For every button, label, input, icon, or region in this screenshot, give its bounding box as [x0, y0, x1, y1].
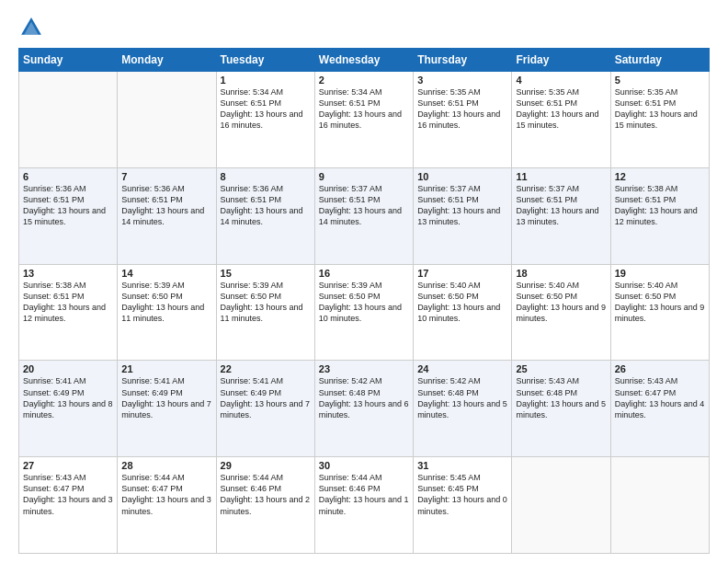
day-number: 6 — [23, 171, 113, 182]
cell-info: Sunrise: 5:37 AM Sunset: 6:51 PM Dayligh… — [516, 183, 606, 228]
day-number: 20 — [23, 363, 113, 374]
day-number: 17 — [417, 268, 507, 279]
cell-info: Sunrise: 5:34 AM Sunset: 6:51 PM Dayligh… — [221, 86, 311, 132]
calendar-cell — [610, 457, 709, 554]
cell-info: Sunrise: 5:40 AM Sunset: 6:50 PM Dayligh… — [417, 280, 507, 325]
week-row-2: 13Sunrise: 5:38 AM Sunset: 6:51 PM Dayli… — [19, 264, 710, 361]
cell-info: Sunrise: 5:37 AM Sunset: 6:51 PM Dayligh… — [319, 183, 409, 228]
cell-info: Sunrise: 5:39 AM Sunset: 6:50 PM Dayligh… — [319, 280, 409, 325]
calendar-cell: 3Sunrise: 5:35 AM Sunset: 6:51 PM Daylig… — [414, 72, 512, 168]
day-number: 19 — [615, 268, 705, 279]
calendar-cell: 31Sunrise: 5:45 AM Sunset: 6:45 PM Dayli… — [414, 457, 512, 554]
cell-info: Sunrise: 5:43 AM Sunset: 6:47 PM Dayligh… — [23, 472, 113, 517]
cell-info: Sunrise: 5:43 AM Sunset: 6:48 PM Dayligh… — [516, 375, 606, 420]
cell-info: Sunrise: 5:40 AM Sunset: 6:50 PM Dayligh… — [516, 280, 606, 325]
cell-info: Sunrise: 5:44 AM Sunset: 6:46 PM Dayligh… — [221, 472, 311, 517]
day-number: 11 — [516, 171, 606, 182]
calendar-cell: 22Sunrise: 5:41 AM Sunset: 6:49 PM Dayli… — [216, 361, 314, 457]
calendar-cell: 16Sunrise: 5:39 AM Sunset: 6:50 PM Dayli… — [314, 264, 413, 361]
calendar-cell: 12Sunrise: 5:38 AM Sunset: 6:51 PM Dayli… — [610, 167, 709, 264]
day-number: 12 — [615, 171, 705, 182]
calendar-cell: 9Sunrise: 5:37 AM Sunset: 6:51 PM Daylig… — [314, 167, 413, 264]
day-number: 15 — [221, 268, 311, 279]
day-number: 29 — [221, 460, 311, 471]
day-number: 28 — [121, 460, 211, 471]
col-header-friday: Friday — [512, 49, 610, 72]
cell-info: Sunrise: 5:41 AM Sunset: 6:49 PM Dayligh… — [121, 375, 211, 420]
calendar-cell: 13Sunrise: 5:38 AM Sunset: 6:51 PM Dayli… — [19, 264, 118, 361]
col-header-monday: Monday — [118, 49, 216, 72]
calendar-cell: 24Sunrise: 5:42 AM Sunset: 6:48 PM Dayli… — [414, 361, 512, 457]
calendar-cell: 8Sunrise: 5:36 AM Sunset: 6:51 PM Daylig… — [216, 167, 314, 264]
week-row-4: 27Sunrise: 5:43 AM Sunset: 6:47 PM Dayli… — [19, 457, 710, 554]
day-number: 2 — [319, 75, 409, 86]
day-number: 30 — [319, 460, 409, 471]
calendar-cell: 10Sunrise: 5:37 AM Sunset: 6:51 PM Dayli… — [414, 167, 512, 264]
day-number: 8 — [221, 171, 311, 182]
day-number: 16 — [319, 268, 409, 279]
col-header-saturday: Saturday — [610, 49, 709, 72]
calendar-cell: 15Sunrise: 5:39 AM Sunset: 6:50 PM Dayli… — [216, 264, 314, 361]
cell-info: Sunrise: 5:44 AM Sunset: 6:47 PM Dayligh… — [121, 472, 211, 517]
calendar-cell — [512, 457, 610, 554]
calendar-cell: 27Sunrise: 5:43 AM Sunset: 6:47 PM Dayli… — [19, 457, 118, 554]
day-number: 3 — [417, 75, 507, 86]
day-number: 10 — [417, 171, 507, 182]
week-row-3: 20Sunrise: 5:41 AM Sunset: 6:49 PM Dayli… — [19, 361, 710, 457]
cell-info: Sunrise: 5:38 AM Sunset: 6:51 PM Dayligh… — [23, 280, 113, 325]
calendar-cell: 30Sunrise: 5:44 AM Sunset: 6:46 PM Dayli… — [314, 457, 413, 554]
calendar-cell: 19Sunrise: 5:40 AM Sunset: 6:50 PM Dayli… — [610, 264, 709, 361]
calendar-cell: 26Sunrise: 5:43 AM Sunset: 6:47 PM Dayli… — [610, 361, 709, 457]
calendar-cell: 5Sunrise: 5:35 AM Sunset: 6:51 PM Daylig… — [610, 72, 709, 168]
day-number: 14 — [121, 268, 211, 279]
cell-info: Sunrise: 5:42 AM Sunset: 6:48 PM Dayligh… — [417, 375, 507, 420]
calendar-cell: 14Sunrise: 5:39 AM Sunset: 6:50 PM Dayli… — [118, 264, 216, 361]
cell-info: Sunrise: 5:36 AM Sunset: 6:51 PM Dayligh… — [221, 183, 311, 228]
calendar-cell: 18Sunrise: 5:40 AM Sunset: 6:50 PM Dayli… — [512, 264, 610, 361]
cell-info: Sunrise: 5:43 AM Sunset: 6:47 PM Dayligh… — [615, 375, 705, 420]
day-number: 25 — [516, 363, 606, 374]
day-number: 24 — [417, 363, 507, 374]
day-number: 27 — [23, 460, 113, 471]
calendar-cell: 21Sunrise: 5:41 AM Sunset: 6:49 PM Dayli… — [118, 361, 216, 457]
day-number: 26 — [615, 363, 705, 374]
header-row: SundayMondayTuesdayWednesdayThursdayFrid… — [19, 49, 710, 72]
day-number: 1 — [221, 75, 311, 86]
col-header-sunday: Sunday — [19, 49, 118, 72]
cell-info: Sunrise: 5:34 AM Sunset: 6:51 PM Dayligh… — [319, 86, 409, 132]
cell-info: Sunrise: 5:35 AM Sunset: 6:51 PM Dayligh… — [417, 86, 507, 132]
calendar-cell: 4Sunrise: 5:35 AM Sunset: 6:51 PM Daylig… — [512, 72, 610, 168]
page: SundayMondayTuesdayWednesdayThursdayFrid… — [0, 0, 728, 563]
calendar-table: SundayMondayTuesdayWednesdayThursdayFrid… — [18, 48, 710, 554]
calendar-cell: 7Sunrise: 5:36 AM Sunset: 6:51 PM Daylig… — [118, 167, 216, 264]
cell-info: Sunrise: 5:35 AM Sunset: 6:51 PM Dayligh… — [615, 86, 705, 132]
cell-info: Sunrise: 5:35 AM Sunset: 6:51 PM Dayligh… — [516, 86, 606, 132]
day-number: 22 — [221, 363, 311, 374]
calendar-cell: 6Sunrise: 5:36 AM Sunset: 6:51 PM Daylig… — [19, 167, 118, 264]
col-header-wednesday: Wednesday — [314, 49, 413, 72]
week-row-0: 1Sunrise: 5:34 AM Sunset: 6:51 PM Daylig… — [19, 72, 710, 168]
day-number: 21 — [121, 363, 211, 374]
day-number: 13 — [23, 268, 113, 279]
calendar-cell: 2Sunrise: 5:34 AM Sunset: 6:51 PM Daylig… — [314, 72, 413, 168]
day-number: 31 — [417, 460, 507, 471]
day-number: 9 — [319, 171, 409, 182]
day-number: 23 — [319, 363, 409, 374]
calendar-cell: 1Sunrise: 5:34 AM Sunset: 6:51 PM Daylig… — [216, 72, 314, 168]
cell-info: Sunrise: 5:40 AM Sunset: 6:50 PM Dayligh… — [615, 280, 705, 325]
calendar-cell — [19, 72, 118, 168]
day-number: 4 — [516, 75, 606, 86]
calendar-cell: 25Sunrise: 5:43 AM Sunset: 6:48 PM Dayli… — [512, 361, 610, 457]
calendar-cell: 11Sunrise: 5:37 AM Sunset: 6:51 PM Dayli… — [512, 167, 610, 264]
cell-info: Sunrise: 5:41 AM Sunset: 6:49 PM Dayligh… — [23, 375, 113, 420]
cell-info: Sunrise: 5:36 AM Sunset: 6:51 PM Dayligh… — [23, 183, 113, 228]
week-row-1: 6Sunrise: 5:36 AM Sunset: 6:51 PM Daylig… — [19, 167, 710, 264]
logo-icon — [18, 15, 44, 40]
header — [18, 15, 710, 40]
cell-info: Sunrise: 5:45 AM Sunset: 6:45 PM Dayligh… — [417, 472, 507, 517]
logo — [18, 15, 48, 40]
day-number: 7 — [121, 171, 211, 182]
cell-info: Sunrise: 5:36 AM Sunset: 6:51 PM Dayligh… — [121, 183, 211, 228]
calendar-cell — [118, 72, 216, 168]
day-number: 18 — [516, 268, 606, 279]
